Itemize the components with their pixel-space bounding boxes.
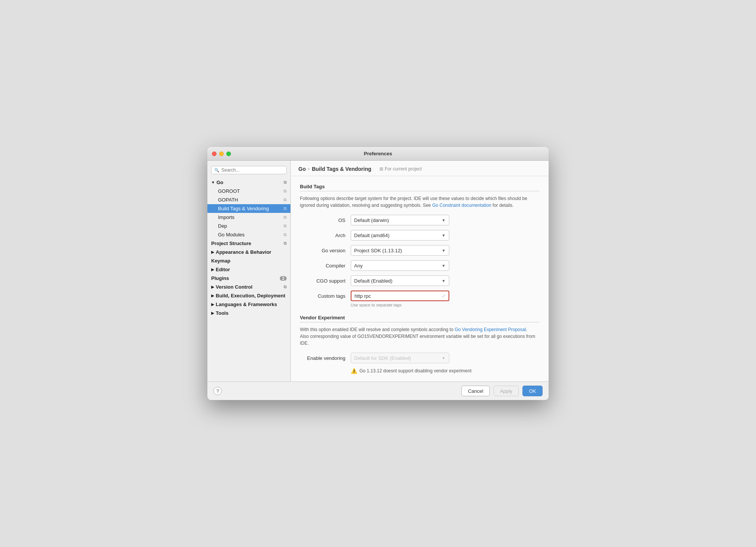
- maximize-button[interactable]: [226, 152, 231, 156]
- window-title: Preferences: [364, 151, 392, 156]
- vendor-section-title: Vendor Experiment: [300, 315, 540, 322]
- sidebar-item-dep[interactable]: Dep ⧉: [207, 222, 290, 230]
- sidebar-item-go-modules[interactable]: Go Modules ⧉: [207, 230, 290, 239]
- sidebar-item-tools[interactable]: ▶ Tools: [207, 309, 290, 317]
- sidebar-item-plugins[interactable]: Plugins 2: [207, 274, 290, 283]
- apply-button[interactable]: Apply: [494, 386, 519, 396]
- expand-icon[interactable]: ⤢: [442, 294, 445, 299]
- custom-tags-input-wrapper: ⤢: [351, 291, 449, 301]
- sidebar-item-goroot[interactable]: GOROOT ⧉: [207, 187, 290, 195]
- breadcrumb-current: Build Tags & Vendoring: [312, 166, 371, 172]
- sidebar-item-build-tags[interactable]: Build Tags & Vendoring ⧉: [207, 204, 290, 213]
- sidebar-item-build-execution[interactable]: ▶ Build, Execution, Deployment: [207, 291, 290, 300]
- sidebar-item-label: Keymap: [211, 258, 231, 264]
- close-button[interactable]: [212, 152, 216, 156]
- arch-dropdown[interactable]: Default (amd64): [351, 230, 449, 241]
- sidebar-item-imports[interactable]: Imports ⧉: [207, 213, 290, 222]
- go-version-label: Go version: [300, 248, 345, 253]
- copy-icon: ⧉: [284, 206, 287, 211]
- os-row: OS Default (darwin) ▼: [300, 215, 540, 225]
- custom-tags-row: Custom tags ⤢: [300, 291, 540, 301]
- sidebar-item-version-control[interactable]: ▶ Version Control ⧉: [207, 283, 290, 291]
- sidebar-item-label: Languages & Frameworks: [216, 302, 277, 307]
- sidebar-item-gopath[interactable]: GOPATH ⧉: [207, 195, 290, 204]
- help-button[interactable]: ?: [213, 387, 222, 395]
- sidebar-item-label: Appearance & Behavior: [216, 249, 271, 255]
- search-input[interactable]: [221, 167, 284, 173]
- enable-vendoring-row: Enable vendoring Default for SDK (Enable…: [300, 353, 540, 363]
- sidebar-item-label: Go Modules: [218, 232, 245, 238]
- warning-icon: ⚠️: [351, 368, 357, 374]
- sidebar-item-label: Editor: [216, 267, 230, 272]
- sidebar-item-label: GOPATH: [218, 197, 238, 203]
- cancel-button[interactable]: Cancel: [461, 386, 489, 396]
- main-header: Go › Build Tags & Vendoring ⊞ For curren…: [291, 161, 549, 176]
- enable-vendoring-dropdown[interactable]: Default for SDK (Enabled): [351, 353, 449, 363]
- breadcrumb-go: Go: [298, 166, 306, 172]
- sidebar-item-keymap[interactable]: Keymap: [207, 256, 290, 265]
- sidebar-item-go[interactable]: ▼ Go ⧉: [207, 178, 290, 187]
- copy-icon: ⧉: [284, 223, 287, 228]
- arch-label: Arch: [300, 233, 345, 238]
- build-tags-description: Following options describe target system…: [300, 195, 540, 209]
- sidebar-item-languages[interactable]: ▶ Languages & Frameworks: [207, 300, 290, 309]
- chevron-right-icon: ▶: [211, 302, 214, 306]
- chevron-right-icon: ▶: [211, 294, 214, 298]
- sidebar-item-appearance-behavior[interactable]: ▶ Appearance & Behavior: [207, 248, 290, 256]
- preferences-window: Preferences 🔍 ▼ Go ⧉ GOROOT ⧉ GOPATH ⧉: [207, 147, 549, 400]
- cgo-row: CGO support Default (Enabled) ▼: [300, 275, 540, 286]
- cgo-label: CGO support: [300, 278, 345, 284]
- compiler-row: Compiler Any ▼: [300, 260, 540, 271]
- copy-icon: ⧉: [284, 232, 287, 237]
- for-project-icon: ⊞: [380, 166, 383, 172]
- os-control: Default (darwin) ▼: [351, 215, 449, 225]
- sidebar-item-editor[interactable]: ▶ Editor: [207, 265, 290, 274]
- main-content: 🔍 ▼ Go ⧉ GOROOT ⧉ GOPATH ⧉ Build Tags & …: [207, 161, 549, 381]
- sidebar-item-label: Go: [216, 180, 223, 185]
- go-version-dropdown[interactable]: Project SDK (1.13.12): [351, 245, 449, 256]
- sidebar-item-label: Tools: [216, 310, 229, 316]
- traffic-lights: [212, 152, 231, 156]
- custom-tags-input[interactable]: [354, 293, 442, 299]
- search-box[interactable]: 🔍: [211, 166, 287, 174]
- sidebar-item-label: Project Structure: [211, 241, 251, 246]
- copy-icon: ⧉: [284, 215, 287, 220]
- footer-left: ?: [213, 387, 222, 395]
- copy-icon: ⧉: [284, 241, 287, 246]
- plugins-badge: 2: [280, 276, 287, 281]
- titlebar: Preferences: [207, 147, 549, 161]
- copy-icon: ⧉: [284, 197, 287, 202]
- chevron-right-icon: ▶: [211, 311, 214, 315]
- ok-button[interactable]: OK: [522, 386, 543, 396]
- sidebar-item-label: Imports: [218, 214, 234, 220]
- cgo-dropdown[interactable]: Default (Enabled): [351, 275, 449, 286]
- sidebar-item-label: Version Control: [216, 284, 253, 290]
- sidebar-item-project-structure[interactable]: Project Structure ⧉: [207, 239, 290, 248]
- sidebar: 🔍 ▼ Go ⧉ GOROOT ⧉ GOPATH ⧉ Build Tags & …: [207, 161, 291, 381]
- vendor-description-part1: With this option enabled IDE will resolv…: [300, 327, 455, 332]
- sidebar-item-label: GOROOT: [218, 188, 240, 194]
- custom-tags-label: Custom tags: [300, 293, 345, 299]
- warning-text: Go 1.13.12 doesnt support disabling vend…: [359, 368, 472, 374]
- enable-vendoring-label: Enable vendoring: [300, 355, 345, 361]
- os-label: OS: [300, 217, 345, 223]
- cgo-control: Default (Enabled) ▼: [351, 275, 449, 286]
- compiler-dropdown[interactable]: Any: [351, 260, 449, 271]
- breadcrumb-separator: ›: [308, 166, 309, 172]
- footer: ? Cancel Apply OK: [207, 381, 549, 400]
- vendor-proposal-link[interactable]: Go Vendoring Experiment Proposal: [455, 327, 526, 332]
- copy-icon: ⧉: [284, 180, 287, 185]
- sidebar-item-label: Dep: [218, 223, 227, 229]
- custom-tags-hint: Use space to separate tags: [351, 303, 540, 307]
- for-project-label: ⊞ For current project: [380, 166, 422, 172]
- constraint-doc-link[interactable]: Go Constraint documentation: [432, 203, 491, 208]
- build-tags-section-title: Build Tags: [300, 184, 540, 191]
- os-dropdown[interactable]: Default (darwin): [351, 215, 449, 225]
- chevron-down-icon: ▼: [211, 180, 215, 184]
- arch-control: Default (amd64) ▼: [351, 230, 449, 241]
- minimize-button[interactable]: [219, 152, 224, 156]
- copy-icon: ⧉: [284, 189, 287, 194]
- main-panel: Go › Build Tags & Vendoring ⊞ For curren…: [291, 161, 549, 381]
- main-body: Build Tags Following options describe ta…: [291, 176, 549, 381]
- go-version-control: Project SDK (1.13.12) ▼: [351, 245, 449, 256]
